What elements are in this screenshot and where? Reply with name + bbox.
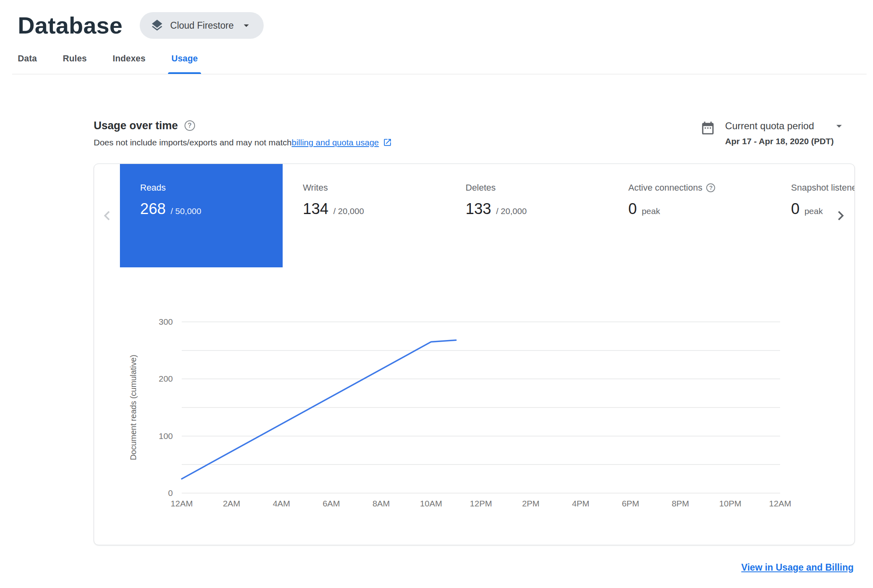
svg-text:10AM: 10AM xyxy=(420,499,442,508)
tab-divider xyxy=(12,74,867,74)
section-header: Usage over time ? Does not include impor… xyxy=(94,120,846,147)
metric-label: Reads xyxy=(140,183,283,193)
product-selector-label: Cloud Firestore xyxy=(170,20,234,31)
metric-value: 134/ 20,000 xyxy=(303,200,445,218)
svg-text:100: 100 xyxy=(159,431,173,440)
metric-tile-reads[interactable]: Reads268/ 50,000 xyxy=(120,164,283,267)
svg-text:200: 200 xyxy=(159,374,173,383)
metric-tiles: Reads268/ 50,000Writes134/ 20,000Deletes… xyxy=(120,164,854,267)
help-icon: ? xyxy=(706,183,715,192)
svg-text:2AM: 2AM xyxy=(223,499,240,508)
metric-tile-deletes[interactable]: Deletes133/ 20,000 xyxy=(445,164,608,267)
section-title: Usage over time xyxy=(94,120,178,132)
billing-quota-link-label: billing and quota usage xyxy=(292,138,379,147)
svg-text:12PM: 12PM xyxy=(470,499,492,508)
carousel-right-button[interactable] xyxy=(830,206,851,227)
svg-text:4PM: 4PM xyxy=(572,499,589,508)
svg-text:4AM: 4AM xyxy=(273,499,290,508)
tab-indexes[interactable]: Indexes xyxy=(113,54,145,74)
svg-text:10PM: 10PM xyxy=(719,499,741,508)
metric-tile-writes[interactable]: Writes134/ 20,000 xyxy=(283,164,445,267)
svg-text:8AM: 8AM xyxy=(372,499,390,508)
quota-period-range: Apr 17 - Apr 18, 2020 (PDT) xyxy=(725,136,846,146)
calendar-icon xyxy=(700,120,716,136)
tab-bar: Data Rules Indexes Usage xyxy=(0,39,873,74)
svg-text:Document reads (cumulative): Document reads (cumulative) xyxy=(129,355,138,460)
page: Database Cloud Firestore Data Rules Inde… xyxy=(0,0,873,573)
svg-text:6PM: 6PM xyxy=(622,499,639,508)
firestore-icon xyxy=(150,19,164,32)
tab-rules[interactable]: Rules xyxy=(63,54,87,74)
usage-chart: 010020030012AM2AM4AM6AM8AM10AM12PM2PM4PM… xyxy=(94,301,855,521)
chevron-right-icon xyxy=(831,206,850,225)
svg-text:300: 300 xyxy=(159,317,173,326)
tab-data[interactable]: Data xyxy=(18,54,37,74)
metric-value: 0peak xyxy=(628,200,771,218)
svg-text:2PM: 2PM xyxy=(522,499,539,508)
metric-value: 133/ 20,000 xyxy=(466,200,608,218)
metric-label: Deletes xyxy=(466,183,608,193)
metric-tile-active-connections[interactable]: Active connections?0peak xyxy=(608,164,771,267)
section-header-left: Usage over time ? Does not include impor… xyxy=(94,120,392,147)
metric-label: Writes xyxy=(303,183,445,193)
chevron-down-icon xyxy=(240,19,252,32)
page-header: Database Cloud Firestore xyxy=(0,0,873,39)
usage-card: Reads268/ 50,000Writes134/ 20,000Deletes… xyxy=(94,164,855,545)
metric-value: 268/ 50,000 xyxy=(140,200,283,218)
tab-usage[interactable]: Usage xyxy=(171,54,198,74)
footer-row: View in Usage and Billing xyxy=(0,562,854,573)
external-link-icon xyxy=(383,138,392,147)
help-icon: ? xyxy=(185,120,195,131)
svg-text:6AM: 6AM xyxy=(323,499,340,508)
quota-period-control: Current quota period Apr 17 - Apr 18, 20… xyxy=(700,120,846,146)
metric-label: Snapshot listeners xyxy=(791,183,854,193)
chevron-left-icon xyxy=(98,206,116,225)
view-usage-billing-link[interactable]: View in Usage and Billing xyxy=(741,562,854,573)
svg-text:12AM: 12AM xyxy=(171,499,193,508)
quota-period-label: Current quota period xyxy=(725,120,814,132)
product-selector[interactable]: Cloud Firestore xyxy=(140,12,264,39)
page-title: Database xyxy=(18,12,123,39)
svg-text:8PM: 8PM xyxy=(672,499,689,508)
chevron-down-icon xyxy=(833,120,846,132)
quota-period-dropdown[interactable]: Current quota period Apr 17 - Apr 18, 20… xyxy=(725,120,846,146)
svg-text:12AM: 12AM xyxy=(769,499,791,508)
section-subtitle: Does not include imports/exports and may… xyxy=(94,138,392,147)
svg-text:0: 0 xyxy=(168,488,173,498)
billing-quota-link[interactable]: billing and quota usage xyxy=(292,138,392,147)
metric-label: Active connections? xyxy=(628,183,771,193)
usage-panel: Usage over time ? Does not include impor… xyxy=(0,120,873,573)
carousel-left-button[interactable] xyxy=(97,206,118,227)
subtitle-text: Does not include imports/exports and may… xyxy=(94,138,292,147)
